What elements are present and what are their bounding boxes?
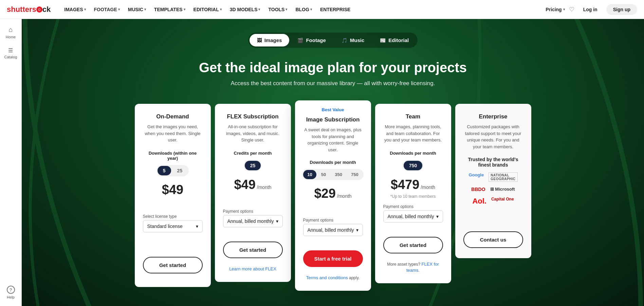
flex-option-25[interactable]: 25 xyxy=(245,161,261,170)
logo-circle: o xyxy=(36,6,42,13)
chevron-down-icon: ▾ xyxy=(258,7,260,11)
flex-selector: 25 xyxy=(223,160,283,171)
team-cta-button[interactable]: Get started xyxy=(383,237,443,253)
team-price-period: /month xyxy=(421,185,435,190)
image-sub-selector: 10 50 350 750 xyxy=(303,169,363,180)
main-content: 🖼 Images 🎬 Footage 🎵 Music 📰 Editorial xyxy=(22,19,644,306)
chevron-down-icon: ▾ xyxy=(436,214,439,219)
tab-editorial[interactable]: 📰 Editorial xyxy=(372,34,416,46)
image-sub-price: $29 /month xyxy=(303,186,363,201)
image-sub-option-10[interactable]: 10 xyxy=(303,170,316,179)
card-enterprise: Enterprise Customized packages with tail… xyxy=(455,104,531,258)
flex-pill-selector: 25 xyxy=(244,160,262,171)
flex-price-period: /month xyxy=(257,185,272,190)
tab-images[interactable]: 🖼 Images xyxy=(250,34,290,46)
editorial-tab-icon: 📰 xyxy=(380,38,386,43)
nav-blog[interactable]: BLOG ▾ xyxy=(292,5,315,14)
enterprise-cta-button[interactable]: Contact us xyxy=(463,231,523,248)
login-button[interactable]: Log in xyxy=(578,5,602,14)
chevron-down-icon: ▾ xyxy=(286,7,287,11)
hero-title: Get the ideal image plan for your projec… xyxy=(199,60,467,75)
home-icon: ⌂ xyxy=(8,26,13,34)
nav-music[interactable]: MUSIC ▾ xyxy=(125,5,149,14)
team-title: Team xyxy=(383,113,443,120)
hero-subtitle: Access the best content from our massive… xyxy=(231,80,435,87)
flex-credits-label: Credits per month xyxy=(223,151,283,156)
ondemand-cta-button[interactable]: Get started xyxy=(143,257,203,273)
team-option-750[interactable]: 750 xyxy=(404,161,422,170)
card-ondemand: On-Demand Get the images you need, when … xyxy=(135,104,211,287)
pricing-link[interactable]: Pricing ▾ xyxy=(546,7,565,12)
image-sub-payment-label: Payment options xyxy=(303,218,363,223)
team-price-note: *Up to 10 team members xyxy=(383,194,443,199)
sidebar: ⌂ Home ☰ Catalog ? Help xyxy=(0,19,22,306)
national-geographic-logo: NATIONALGEOGRAPHIC xyxy=(489,172,517,182)
image-sub-price-period: /month xyxy=(337,193,352,199)
chevron-down-icon: ▾ xyxy=(356,227,358,233)
ondemand-option-25[interactable]: 25 xyxy=(172,166,188,175)
ondemand-price-amount: $49 xyxy=(162,183,183,197)
aol-logo: Aol. xyxy=(472,197,486,206)
ondemand-downloads-label: Downloads (within one year) xyxy=(143,151,203,161)
team-desc: More images, planning tools, and team co… xyxy=(383,123,443,144)
nav-editorial[interactable]: EDITORIAL ▾ xyxy=(190,5,225,14)
card-flex: FLEX Subscription All-in-one subscriptio… xyxy=(215,104,291,282)
flex-price: $49 /month xyxy=(223,177,283,192)
image-sub-payment-dropdown[interactable]: Annual, billed monthly ▾ xyxy=(303,224,363,236)
nav-templates[interactable]: TEMPLATES ▾ xyxy=(151,5,189,14)
team-payment-dropdown[interactable]: Annual, billed monthly ▾ xyxy=(383,210,443,223)
ondemand-option-5[interactable]: 5 xyxy=(158,166,171,175)
image-sub-downloads-label: Downloads per month xyxy=(303,160,363,165)
license-dropdown[interactable]: Standard license ▾ xyxy=(143,220,203,232)
chevron-down-icon: ▾ xyxy=(220,7,222,11)
logo-shutter: shutter xyxy=(7,5,32,14)
microsoft-logo: ⊞ Microsoft xyxy=(490,187,515,192)
image-sub-option-50[interactable]: 50 xyxy=(317,170,330,179)
card-image-subscription: Best Value Image Subscription A sweet de… xyxy=(295,100,371,291)
tab-footage[interactable]: 🎬 Footage xyxy=(290,34,333,46)
ondemand-desc: Get the images you need, when you need t… xyxy=(143,123,203,144)
google-logo: Google xyxy=(468,172,484,182)
signup-button[interactable]: Sign up xyxy=(606,4,637,15)
team-downloads-label: Downloads per month xyxy=(383,151,443,156)
flex-payment-dropdown[interactable]: Annual, billed monthly ▾ xyxy=(223,215,283,227)
sidebar-item-help[interactable]: ? Help xyxy=(7,286,15,299)
license-type-label: Select license type xyxy=(143,214,203,219)
hero-section: 🖼 Images 🎬 Footage 🎵 Music 📰 Editorial xyxy=(22,19,644,306)
nav-3dmodels[interactable]: 3D MODELS ▾ xyxy=(226,5,264,14)
team-price-amount: $479 xyxy=(391,177,420,192)
image-sub-cta-button[interactable]: Start a free trial xyxy=(303,250,363,267)
image-sub-option-350[interactable]: 350 xyxy=(331,170,346,179)
nav-footage[interactable]: FOOTAGE ▾ xyxy=(91,5,123,14)
capitalone-logo: Capital One xyxy=(491,197,514,206)
pricing-cards: On-Demand Get the images you need, when … xyxy=(112,104,554,291)
chevron-down-icon: ▾ xyxy=(84,7,86,11)
footage-tab-icon: 🎬 xyxy=(297,38,303,43)
sidebar-item-home[interactable]: ⌂ Home xyxy=(6,26,16,39)
logo[interactable]: shuttersock xyxy=(7,5,51,14)
team-price: $479 /month xyxy=(383,177,443,192)
terms-link[interactable]: Terms and conditions xyxy=(306,275,348,280)
chevron-down-icon: ▾ xyxy=(196,224,198,229)
flex-cta-button[interactable]: Get started xyxy=(223,242,283,258)
flex-payment-label: Payment options xyxy=(223,209,283,214)
content-tabs: 🖼 Images 🎬 Footage 🎵 Music 📰 Editorial xyxy=(248,33,418,48)
image-sub-option-750[interactable]: 750 xyxy=(347,170,363,179)
enterprise-desc: Customized packages with tailored suppor… xyxy=(463,123,523,150)
tab-music[interactable]: 🎵 Music xyxy=(334,34,372,46)
nav-links: IMAGES ▾ FOOTAGE ▾ MUSIC ▾ TEMPLATES ▾ E… xyxy=(61,5,546,14)
nav-tools[interactable]: TOOLS ▾ xyxy=(265,5,291,14)
nav-right: Pricing ▾ ♡ Log in Sign up xyxy=(546,4,637,15)
flex-title: FLEX Subscription xyxy=(223,113,283,120)
sidebar-item-catalog[interactable]: ☰ Catalog xyxy=(4,47,17,59)
logo-ck: ck xyxy=(42,5,51,14)
image-sub-pill-selector: 10 50 350 750 xyxy=(302,169,363,180)
chevron-down-icon: ▾ xyxy=(144,7,146,11)
images-tab-icon: 🖼 xyxy=(257,38,262,43)
nav-enterprise[interactable]: ENTERPRISE xyxy=(317,5,354,14)
nav-images[interactable]: IMAGES ▾ xyxy=(61,5,89,14)
catalog-icon: ☰ xyxy=(8,47,13,54)
image-sub-price-amount: $29 xyxy=(314,186,335,201)
favorites-icon[interactable]: ♡ xyxy=(569,6,574,13)
flex-learn-more-link[interactable]: Learn more about FLEX xyxy=(229,266,276,271)
